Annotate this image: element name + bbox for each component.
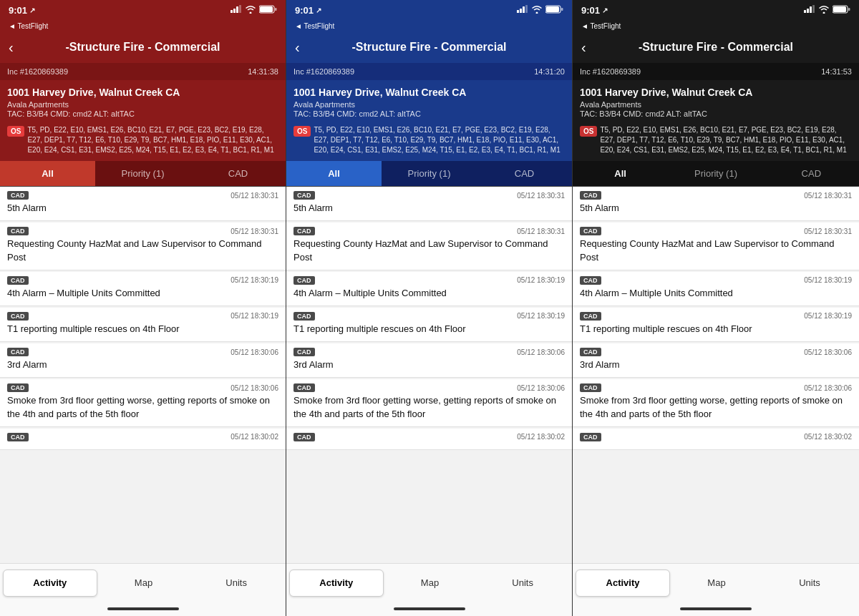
cad-badge: CAD <box>7 276 29 285</box>
activity-list: CAD 05/12 18:30:31 5th Alarm CAD 05/12 1… <box>573 187 859 563</box>
nav-title: -Structure Fire - Commercial <box>351 41 506 54</box>
svg-rect-20 <box>848 8 850 11</box>
activity-timestamp: 05/12 18:30:19 <box>517 276 565 284</box>
activity-timestamp: 05/12 18:30:06 <box>804 384 852 392</box>
bottom-nav-units[interactable]: Units <box>476 569 569 597</box>
incident-number: Inc #1620869389 <box>7 67 68 76</box>
svg-rect-8 <box>520 9 522 13</box>
bottom-nav-units[interactable]: Units <box>763 569 856 597</box>
cad-badge: CAD <box>580 227 601 235</box>
bottom-nav-map[interactable]: Map <box>670 569 763 597</box>
address-section: 1001 Harvey Drive, Walnut Creek CA Avala… <box>286 80 572 122</box>
tab-cad[interactable]: CAD <box>190 161 286 186</box>
bottom-nav-units[interactable]: Units <box>190 569 283 597</box>
bottom-nav-map[interactable]: Map <box>97 569 190 597</box>
cad-badge: CAD <box>293 383 315 392</box>
activity-item: CAD 05/12 18:30:06 3rd Alarm <box>573 343 859 378</box>
os-badge: OS <box>7 126 24 137</box>
activity-timestamp: 05/12 18:30:06 <box>517 348 565 356</box>
svg-rect-13 <box>561 8 563 11</box>
back-button[interactable]: ‹ <box>295 39 300 56</box>
tab-cad[interactable]: CAD <box>764 161 859 186</box>
tab-all[interactable]: All <box>573 161 668 186</box>
activity-timestamp: 05/12 18:30:31 <box>517 228 565 235</box>
building-name: Avala Apartments <box>7 100 278 109</box>
tab-priority--1-[interactable]: Priority (1) <box>95 161 190 186</box>
units-text: T5, PD, E22, E10, EMS1, E26, BC10, E21, … <box>314 125 565 155</box>
back-button[interactable]: ‹ <box>581 39 586 56</box>
cad-badge: CAD <box>293 227 315 235</box>
cad-badge: CAD <box>7 383 29 392</box>
incident-bar: Inc #1620869389 14:31:20 <box>286 63 572 80</box>
arrow-icon: ↗ <box>29 6 35 14</box>
home-indicator <box>573 602 859 616</box>
svg-rect-14 <box>804 10 806 13</box>
status-time: 9:01 ↗ <box>9 5 35 16</box>
cad-badge: CAD <box>580 312 601 321</box>
tab-cad[interactable]: CAD <box>477 161 572 186</box>
nav-title: -Structure Fire - Commercial <box>65 41 220 54</box>
activity-message: 5th Alarm <box>580 202 852 215</box>
nav-header: ‹ -Structure Fire - Commercial <box>286 31 572 63</box>
units-text: T5, PD, E22, E10, EMS1, E26, BC10, E21, … <box>27 125 278 155</box>
bottom-nav-map[interactable]: Map <box>384 569 477 597</box>
activity-item: CAD 05/12 18:30:31 5th Alarm <box>0 187 286 221</box>
activity-timestamp: 05/12 18:30:19 <box>230 276 278 284</box>
svg-rect-15 <box>807 9 809 13</box>
activity-timestamp: 05/12 18:30:02 <box>230 433 278 441</box>
bottom-nav: ActivityMapUnits <box>573 563 859 602</box>
activity-item-header: CAD 05/12 18:30:06 <box>580 348 852 356</box>
activity-message: 4th Alarm – Multiple Units Committed <box>7 287 278 300</box>
activity-item: CAD 05/12 18:30:31 Requesting County Haz… <box>286 223 572 270</box>
svg-rect-2 <box>236 6 238 13</box>
signal-icon <box>230 5 242 15</box>
phone-panel-1: 9:01 ↗ ◄ TestFlight ‹ -Structure Fire - … <box>286 0 573 616</box>
building-name: Avala Apartments <box>580 100 852 109</box>
tac-info: TAC: B3/B4 CMD: cmd2 ALT: altTAC <box>580 109 852 118</box>
incident-time: 14:31:53 <box>821 67 852 76</box>
tab-priority--1-[interactable]: Priority (1) <box>668 161 763 186</box>
svg-rect-3 <box>239 5 241 13</box>
home-indicator <box>286 602 572 616</box>
bottom-nav-activity[interactable]: Activity <box>289 569 384 597</box>
units-row: OS T5, PD, E22, E10, EMS1, E26, BC10, E2… <box>573 122 859 161</box>
cad-badge: CAD <box>580 383 601 392</box>
activity-item: CAD 05/12 18:30:19 T1 reporting multiple… <box>0 308 286 342</box>
status-time: 9:01 ↗ <box>581 5 608 16</box>
activity-item: CAD 05/12 18:30:02 <box>286 429 572 450</box>
svg-rect-10 <box>525 5 528 13</box>
street-address: 1001 Harvey Drive, Walnut Creek CA <box>7 86 278 99</box>
activity-timestamp: 05/12 18:30:06 <box>230 384 278 392</box>
tab-priority--1-[interactable]: Priority (1) <box>382 161 477 186</box>
time-label: 9:01 <box>581 5 600 16</box>
tabs-row: AllPriority (1)CAD <box>573 161 859 187</box>
bottom-nav-activity[interactable]: Activity <box>576 569 670 597</box>
testflight-bar: ◄ TestFlight <box>573 20 859 31</box>
signal-icon <box>804 5 815 15</box>
activity-message: T1 reporting multiple rescues on 4th Flo… <box>580 323 852 336</box>
activity-timestamp: 05/12 18:30:06 <box>230 348 278 356</box>
activity-timestamp: 05/12 18:30:19 <box>804 276 852 284</box>
activity-timestamp: 05/12 18:30:31 <box>230 192 278 200</box>
tab-all[interactable]: All <box>286 161 382 186</box>
bottom-nav: ActivityMapUnits <box>0 563 286 602</box>
activity-message: 4th Alarm – Multiple Units Committed <box>293 287 565 300</box>
activity-item-header: CAD 05/12 18:30:31 <box>7 191 278 200</box>
cad-badge: CAD <box>580 276 601 285</box>
os-badge: OS <box>580 126 597 137</box>
activity-timestamp: 05/12 18:30:02 <box>517 433 565 441</box>
back-button[interactable]: ‹ <box>9 39 14 56</box>
activity-message: 3rd Alarm <box>7 358 278 371</box>
street-address: 1001 Harvey Drive, Walnut Creek CA <box>580 86 852 99</box>
activity-timestamp: 05/12 18:30:06 <box>804 348 852 356</box>
cad-badge: CAD <box>7 348 29 356</box>
status-right <box>517 5 563 16</box>
tab-all[interactable]: All <box>0 161 95 186</box>
activity-message: Smoke from 3rd floor getting worse, gett… <box>7 394 278 420</box>
bottom-nav-activity[interactable]: Activity <box>3 569 97 597</box>
svg-rect-1 <box>233 9 236 13</box>
svg-rect-0 <box>230 10 233 13</box>
time-label: 9:01 <box>9 5 27 16</box>
units-text: T5, PD, E22, E10, EMS1, E26, BC10, E21, … <box>600 125 852 155</box>
incident-number: Inc #1620869389 <box>293 67 354 76</box>
